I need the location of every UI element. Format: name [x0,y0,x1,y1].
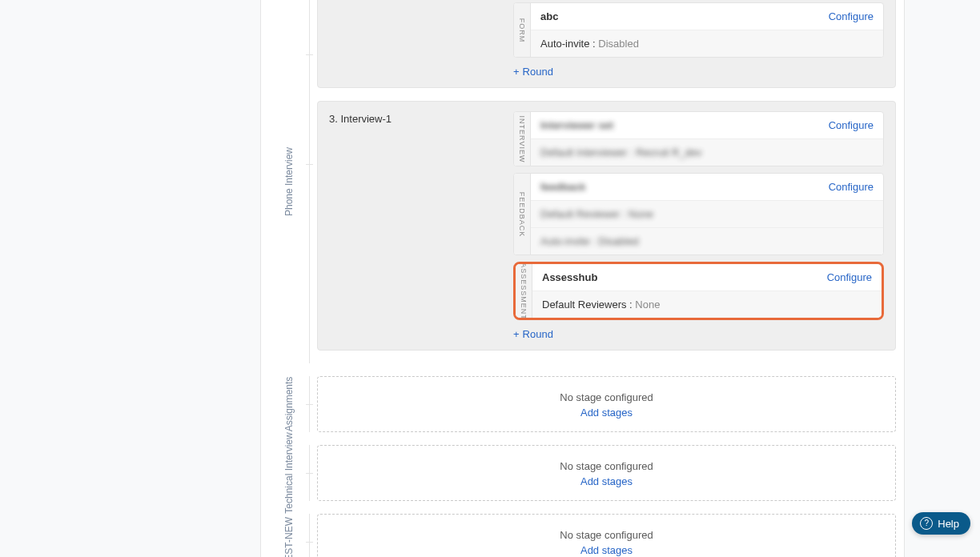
feedback-side-label: FEEDBACK [518,191,526,237]
section-label-technical-interview: Technical Interview [269,445,309,501]
section-label-assignments: Assignments [269,376,309,432]
feedback-title: feedback [540,181,585,193]
add-stages-link[interactable]: Add stages [318,544,895,556]
interview-configure-link[interactable]: Configure [829,119,874,131]
plus-icon: + [513,329,520,339]
reviewers-value: None [635,299,660,311]
form-title: abc [540,10,558,22]
stage-title: 3. Interview-1 [329,111,513,125]
auto-invite-value: Disabled [598,38,639,50]
feedback-configure-link[interactable]: Configure [829,181,874,193]
interview-title: Interviewer set [540,119,613,131]
stage-card-prev: FORM abc Configure Auto-invite : Disable… [317,0,896,88]
empty-stage-card-test-new: No stage configured Add stages [317,514,896,557]
interview-block: INTERVIEW Interviewer set Configure Defa… [513,111,884,166]
assessment-title: Assesshub [542,271,597,283]
reviewers-label: Default Reviewers : [542,299,633,311]
form-configure-link[interactable]: Configure [829,10,874,22]
assessment-block: ASSESSMENT Assesshub Configure Default R… [513,262,884,320]
help-icon: ? [920,517,933,530]
no-stage-msg: No stage configured [318,529,895,541]
add-stages-link[interactable]: Add stages [318,407,895,419]
section-label-phone-interview: Phone Interview [269,0,309,363]
no-stage-msg: No stage configured [318,460,895,472]
no-stage-msg: No stage configured [318,391,895,403]
section-label-test-new: TEST-NEW [269,514,309,557]
plus-icon: + [513,66,520,77]
interview-detail: Default Interviewer : Recruit R_dev [540,146,702,158]
stage-card-interview-1: 3. Interview-1 INTERVIEW Interviewer set… [317,101,896,351]
add-round-button[interactable]: + Round [513,66,553,78]
add-stages-link[interactable]: Add stages [318,475,895,487]
help-label: Help [938,518,959,530]
feedback-block: FEEDBACK feedback Configure Default Revi… [513,173,884,255]
form-block: FORM abc Configure Auto-invite : Disable… [513,2,884,58]
help-button[interactable]: ? Help [912,512,970,535]
assessment-configure-link[interactable]: Configure [827,271,872,283]
auto-invite-label: Auto-invite : [540,38,596,50]
empty-stage-card-assignments: No stage configured Add stages [317,376,896,432]
feedback-row1: Default Reviewer : None [540,208,653,220]
assessment-side-label: ASSESSMENT [520,262,528,320]
form-side-label: FORM [518,18,526,42]
empty-stage-card-technical: No stage configured Add stages [317,445,896,501]
interview-side-label: INTERVIEW [518,115,526,162]
add-round-button[interactable]: + Round [513,328,553,340]
feedback-row2: Auto-invite : Disabled [540,235,639,247]
